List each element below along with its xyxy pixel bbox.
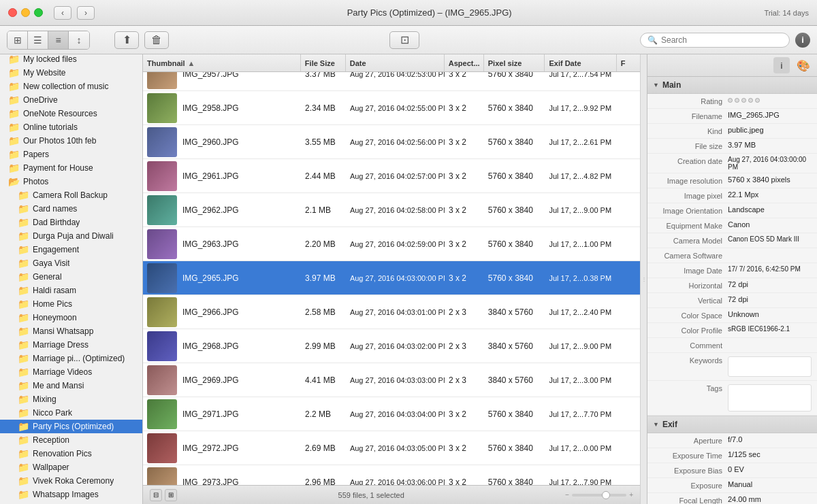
sidebar-item-mansi-whatsapp[interactable]: 📁Mansi Whatsapp <box>0 324 142 338</box>
col-header-aspect[interactable]: Aspect... <box>445 54 484 71</box>
panel-resize-handle[interactable]: ⋮ <box>640 54 647 504</box>
list-view-button[interactable]: ☰ <box>28 31 48 49</box>
back-button[interactable]: ‹ <box>54 6 71 20</box>
cell-thumbnail: IMG_2958.JPG <box>143 91 301 124</box>
cell-aspect: 3 x 2 <box>445 431 484 465</box>
sidebar-item-mixing[interactable]: 📁Mixing <box>0 392 142 406</box>
panel-tabs: i 🎨 <box>647 54 817 77</box>
col-header-exif[interactable]: Exif Date <box>545 54 616 71</box>
sidebar-item-durga-puja[interactable]: 📁Durga Puja and Diwali <box>0 229 142 243</box>
detail-view-button[interactable]: ≡ <box>48 31 69 49</box>
col-header-filesize[interactable]: File Size <box>301 54 346 71</box>
prop-value-tags[interactable] <box>728 384 812 411</box>
table-row[interactable]: IMG_2968.JPG 2.99 MB Aug 27, 2016 04:03:… <box>143 329 640 363</box>
sidebar-item-label: Gaya Visit <box>33 258 69 268</box>
grid-view-button[interactable]: ⊞ <box>7 31 28 49</box>
prop-row-kind: Kind public.jpeg <box>647 124 817 139</box>
rating-dots[interactable] <box>728 96 760 103</box>
titlebar: ‹ › Party Pics (Optimized) – (IMG_2965.J… <box>0 0 817 26</box>
sidebar-item-vivek-roka[interactable]: 📁Vivek Roka Ceremony <box>0 474 142 488</box>
panel-section-exif-header[interactable]: ▼ Exif <box>647 416 817 433</box>
sidebar-item-home-pics[interactable]: 📁Home Pics <box>0 297 142 311</box>
sidebar-item-haldi-rasam[interactable]: 📁Haldi rasam <box>0 284 142 297</box>
sidebar-item-photos[interactable]: 📂Photos <box>0 175 142 188</box>
sidebar-item-party-pics[interactable]: 📁Party Pics (Optimized) <box>0 420 142 433</box>
zoom-in-icon[interactable]: + <box>629 491 633 499</box>
panel-tab-color[interactable]: 🎨 <box>795 57 812 73</box>
sidebar-item-reception[interactable]: 📁Reception <box>0 433 142 447</box>
sidebar-item-marriage-dress[interactable]: 📁Marriage Dress <box>0 338 142 352</box>
prop-label-focal-length: Focal Length <box>653 495 728 504</box>
sidebar-item-my-locked-files[interactable]: 📁My locked files <box>0 54 142 66</box>
forward-button[interactable]: › <box>77 6 95 20</box>
thumbnail-image <box>147 127 177 157</box>
table-row[interactable]: IMG_2971.JPG 2.2 MB Aug 27, 2016 04:03:0… <box>143 397 640 431</box>
table-row[interactable]: IMG_2960.JPG 3.55 MB Aug 27, 2016 04:02:… <box>143 125 640 159</box>
sidebar-item-onenote-resources[interactable]: 📁OneNote Resources <box>0 107 142 120</box>
col-header-pixel[interactable]: Pixel size <box>484 54 545 71</box>
sidebar-item-new-collection-music[interactable]: 📁New collection of music <box>0 80 142 93</box>
prop-value-kind: public.jpeg <box>728 126 812 134</box>
table-row[interactable]: IMG_2958.JPG 2.34 MB Aug 27, 2016 04:02:… <box>143 91 640 125</box>
sidebar-item-my-website[interactable]: 📁My Website <box>0 66 142 80</box>
maximize-button[interactable] <box>34 8 43 17</box>
sidebar-item-our-photos[interactable]: 📁Our Photos 10th feb <box>0 134 142 148</box>
col-header-date[interactable]: Date <box>346 54 445 71</box>
sidebar-item-onedrive[interactable]: 📁OneDrive <box>0 93 142 107</box>
sidebar-item-honeymoon[interactable]: 📁Honeymoon <box>0 311 142 324</box>
sidebar-item-papers[interactable]: 📁Papers <box>0 148 142 161</box>
table-row[interactable]: IMG_2962.JPG 2.1 MB Aug 27, 2016 04:02:5… <box>143 193 640 227</box>
view-large-icon[interactable]: ⊞ <box>165 489 177 501</box>
sidebar-item-card-names[interactable]: 📁Card names <box>0 202 142 216</box>
sidebar-item-renovation-pics[interactable]: 📁Renovation Pics <box>0 447 142 460</box>
close-button[interactable] <box>8 8 17 17</box>
table-row[interactable]: IMG_2965.JPG 3.97 MB Aug 27, 2016 04:03:… <box>143 261 640 295</box>
panel-section-exif-title: Exif <box>662 420 677 429</box>
zoom-out-icon[interactable]: − <box>565 491 569 499</box>
view-small-icon[interactable]: ⊟ <box>150 489 162 501</box>
fullscreen-button[interactable]: ⊡ <box>389 31 419 49</box>
cell-exif: Jul 17, 2...2.61 PM <box>545 125 616 158</box>
sidebar-item-gaya-visit[interactable]: 📁Gaya Visit <box>0 256 142 270</box>
col-header-thumbnail[interactable]: Thumbnail ▲ <box>143 54 301 71</box>
sidebar-item-marriage-videos[interactable]: 📁Marriage Videos <box>0 365 142 379</box>
table-row[interactable]: IMG_2972.JPG 2.69 MB Aug 27, 2016 04:03:… <box>143 431 640 465</box>
col-header-f[interactable]: F <box>617 54 640 71</box>
panel-tab-info[interactable]: i <box>773 57 790 73</box>
zoom-slider[interactable] <box>572 494 626 497</box>
table-row[interactable]: IMG_2969.JPG 4.41 MB Aug 27, 2016 04:03:… <box>143 363 640 397</box>
sidebar-item-nicco-park[interactable]: 📁Nicco Park <box>0 406 142 420</box>
sidebar-item-wallpaper[interactable]: 📁Wallpaper <box>0 460 142 474</box>
delete-button[interactable]: 🗑 <box>144 31 169 49</box>
folder-icon: 📁 <box>8 54 20 65</box>
sidebar-item-payment-house[interactable]: 📁Payment for House <box>0 161 142 175</box>
info-button[interactable]: i <box>795 33 810 48</box>
prop-row-orientation: Image Orientation Landscape <box>647 203 817 218</box>
panel-section-main-header[interactable]: ▼ Main <box>647 77 817 94</box>
minimize-button[interactable] <box>21 8 30 17</box>
sidebar-item-dad-birthday[interactable]: 📁Dad Birthday <box>0 216 142 229</box>
sidebar-item-marriage-pi[interactable]: 📁Marriage pi... (Optimized) <box>0 352 142 365</box>
table-row[interactable]: IMG_2957.JPG 3.37 MB Aug 27, 2016 04:02:… <box>143 72 640 91</box>
table-row[interactable]: IMG_2973.JPG 2.96 MB Aug 27, 2016 04:03:… <box>143 465 640 485</box>
sidebar-item-general[interactable]: 📁General <box>0 270 142 284</box>
table-row[interactable]: IMG_2961.JPG 2.44 MB Aug 27, 2016 04:02:… <box>143 159 640 193</box>
prop-label-filesize: File size <box>653 141 728 150</box>
sidebar-item-whatsapp-images[interactable]: 📁Whatsapp Images <box>0 488 142 501</box>
sidebar-item-engagement[interactable]: 📁Engagement <box>0 243 142 256</box>
table-row[interactable]: IMG_2963.JPG 2.20 MB Aug 27, 2016 04:02:… <box>143 227 640 261</box>
share-button[interactable]: ⬆ <box>114 31 139 49</box>
file-name: IMG_2973.JPG <box>182 477 239 486</box>
table-row[interactable]: IMG_2966.JPG 2.58 MB Aug 27, 2016 04:03:… <box>143 295 640 329</box>
folder-icon: 📁 <box>18 462 29 473</box>
folder-icon: 📁 <box>8 122 20 133</box>
prop-row-filename: Filename IMG_2965.JPG <box>647 109 817 124</box>
folder-icon: 📁 <box>18 435 29 446</box>
sort-button[interactable]: ↕ <box>69 31 89 49</box>
search-input[interactable] <box>661 35 777 45</box>
sidebar-item-me-mansi[interactable]: 📁Me and Mansi <box>0 379 142 392</box>
sidebar-item-camera-roll[interactable]: 📁Camera Roll Backup <box>0 188 142 202</box>
prop-label-horizontal: Horizontal <box>653 280 728 290</box>
sidebar-item-online-tutorials[interactable]: 📁Online tutorials <box>0 120 142 134</box>
prop-value-keywords[interactable] <box>728 356 812 377</box>
